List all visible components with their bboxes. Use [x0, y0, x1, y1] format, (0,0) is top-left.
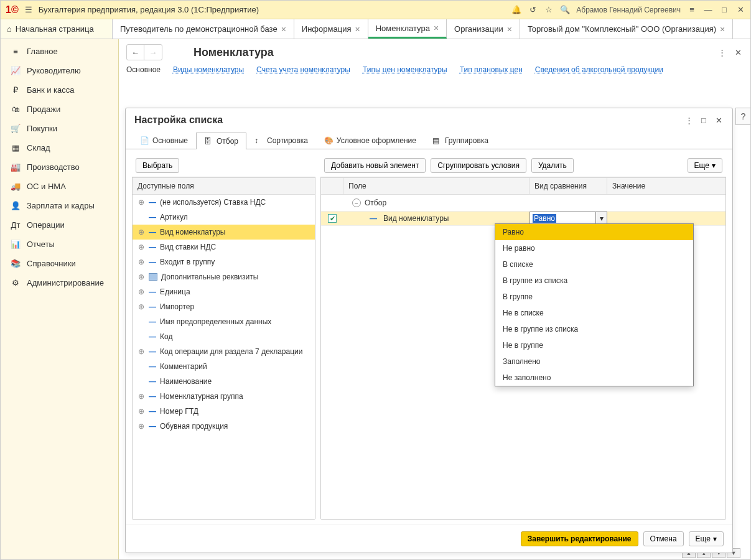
subnav-link-1[interactable]: Виды номенклатуры [173, 65, 244, 74]
tab-2[interactable]: Номенклатура× [368, 19, 447, 39]
tree-row[interactable]: —Имя предопределенных данных [133, 314, 315, 329]
expand-icon[interactable]: ⊕ [138, 422, 145, 431]
sidebar-item-10[interactable]: 📊Отчеты [1, 235, 118, 254]
tab-close-icon[interactable]: × [507, 24, 512, 34]
filter-value-cell[interactable] [607, 216, 725, 221]
dropdown-item[interactable]: Не в списке [495, 305, 693, 321]
history-icon[interactable]: ↺ [528, 5, 538, 15]
star-icon[interactable]: ☆ [544, 5, 554, 15]
expand-icon[interactable]: ⊕ [138, 287, 145, 296]
help-button[interactable]: ? [735, 108, 750, 125]
tree-row[interactable]: —Наименование [133, 374, 315, 389]
sidebar-item-8[interactable]: 👤Зарплата и кадры [1, 196, 118, 215]
tab-3[interactable]: Организации× [447, 19, 520, 39]
dialog-tab-4[interactable]: ▤Группировка [424, 132, 497, 149]
dropdown-item[interactable]: Заполнено [495, 353, 693, 370]
subnav-link-5[interactable]: Сведения об алкогольной продукции [535, 65, 663, 74]
more-button[interactable]: Еще ▾ [688, 158, 722, 173]
sidebar-item-11[interactable]: 📚Справочники [1, 254, 118, 273]
sidebar-item-6[interactable]: 🏭Производство [1, 157, 118, 177]
subnav-link-0[interactable]: Основное [126, 65, 161, 74]
sidebar-item-0[interactable]: ≡Главное [1, 42, 118, 61]
user-name[interactable]: Абрамов Геннадий Сергеевич [576, 6, 681, 14]
expand-icon[interactable]: ⊕ [138, 228, 145, 236]
dropdown-item[interactable]: Не в группе [495, 337, 693, 353]
tree-row[interactable]: ⊕—Обувная продукция [133, 419, 315, 434]
dropdown-item[interactable]: Не равно [495, 240, 693, 256]
dropdown-item[interactable]: В группе [495, 289, 693, 305]
page-close-icon[interactable]: ✕ [733, 47, 743, 57]
tab-close-icon[interactable]: × [355, 24, 360, 34]
expand-icon[interactable]: ⊕ [138, 198, 145, 207]
dialog-tab-3[interactable]: 🎨Условное оформление [316, 132, 424, 149]
nav-back-button[interactable]: ← [127, 45, 144, 60]
filter-root[interactable]: − Отбор [321, 195, 725, 212]
expand-icon[interactable]: ⊕ [138, 273, 145, 281]
tab-close-icon[interactable]: × [281, 24, 286, 34]
tree-row[interactable]: ⊕—Входит в группу [133, 254, 315, 269]
sidebar-item-2[interactable]: ₽Банк и касса [1, 80, 118, 100]
expand-icon[interactable]: ⊕ [138, 243, 145, 251]
dropdown-item[interactable]: Равно [495, 224, 693, 240]
tree-row[interactable]: ⊕—Вид номенклатуры [133, 225, 315, 240]
tab-4[interactable]: Торговый дом "Комплексный" ООО (Организа… [520, 19, 733, 39]
dialog-tab-2[interactable]: ↕Сортировка [246, 132, 316, 149]
sidebar-item-9[interactable]: ДтОперации [1, 215, 118, 235]
dropdown-item[interactable]: В группе из списка [495, 273, 693, 289]
collapse-icon[interactable]: − [352, 198, 361, 207]
subnav-link-2[interactable]: Счета учета номенклатуры [256, 65, 350, 74]
group-conditions-button[interactable]: Сгруппировать условия [431, 158, 526, 173]
finish-editing-button[interactable]: Завершить редактирование [521, 531, 638, 546]
tab-1[interactable]: Информация× [294, 19, 368, 39]
expand-icon[interactable]: ⊕ [138, 407, 145, 416]
nav-forward-button[interactable]: → [144, 45, 162, 60]
page-menu-icon[interactable]: ⋮ [717, 47, 727, 57]
dialog-close-icon[interactable]: ✕ [714, 115, 724, 125]
sidebar-item-7[interactable]: 🚚ОС и НМА [1, 177, 118, 196]
tree-row[interactable]: —Комментарий [133, 359, 315, 374]
expand-icon[interactable]: ⊕ [138, 258, 145, 266]
tree-row[interactable]: —Код [133, 329, 315, 344]
tab-0[interactable]: Путеводитель по демонстрационной базе× [113, 19, 294, 39]
search-icon[interactable]: 🔍 [560, 5, 570, 15]
sidebar-item-12[interactable]: ⚙Администрирование [1, 273, 118, 292]
cancel-button[interactable]: Отмена [643, 531, 684, 546]
subnav-link-4[interactable]: Тип плановых цен [460, 65, 523, 74]
expand-icon[interactable]: ⊕ [138, 302, 145, 311]
tree-row[interactable]: ⊕—Номенклатурная группа [133, 389, 315, 404]
tree-row[interactable]: ⊕—Код операции для раздела 7 декларации [133, 344, 315, 359]
tab-home[interactable]: ⌂ Начальная страница [1, 19, 113, 39]
tree-row[interactable]: ⊕—Импортер [133, 299, 315, 314]
dialog-maximize-icon[interactable]: □ [699, 115, 709, 125]
tree-row[interactable]: ⊕Дополнительные реквизиты [133, 269, 315, 284]
subnav-link-3[interactable]: Типы цен номенклатуры [363, 65, 447, 74]
sidebar-item-1[interactable]: 📈Руководителю [1, 61, 118, 80]
dropdown-item[interactable]: Не заполнено [495, 370, 693, 386]
maximize-icon[interactable]: □ [719, 5, 729, 15]
dialog-menu-icon[interactable]: ⋮ [684, 115, 694, 125]
expand-icon[interactable]: ⊕ [138, 392, 145, 401]
filter-checkbox[interactable]: ✔ [328, 214, 337, 223]
minimize-icon[interactable]: — [703, 5, 713, 15]
hamburger-icon[interactable]: ☰ [24, 5, 34, 15]
close-icon[interactable]: ✕ [735, 5, 745, 15]
add-element-button[interactable]: Добавить новый элемент [324, 158, 426, 173]
dropdown-item[interactable]: Не в группе из списка [495, 321, 693, 337]
sidebar-item-3[interactable]: 🛍Продажи [1, 100, 118, 119]
expand-icon[interactable]: ⊕ [138, 347, 145, 356]
select-button[interactable]: Выбрать [136, 158, 179, 173]
tree-row[interactable]: ⊕—Вид ставки НДС [133, 240, 315, 254]
tree-row[interactable]: ⊕—(не используется) Ставка НДС [133, 195, 315, 210]
bell-icon[interactable]: 🔔 [511, 5, 521, 15]
dropdown-item[interactable]: В списке [495, 256, 693, 273]
tab-close-icon[interactable]: × [720, 24, 725, 34]
sidebar-item-5[interactable]: ▦Склад [1, 138, 118, 157]
footer-more-button[interactable]: Еще ▾ [689, 531, 724, 546]
tree-row[interactable]: ⊕—Номер ГТД [133, 404, 315, 419]
dialog-tab-1[interactable]: 🗄Отбор [196, 133, 246, 149]
tab-close-icon[interactable]: × [434, 23, 439, 33]
dialog-tab-0[interactable]: 📄Основные [132, 132, 196, 149]
delete-button[interactable]: Удалить [531, 158, 574, 173]
tree-row[interactable]: —Артикул [133, 210, 315, 225]
user-menu-icon[interactable]: ≡ [687, 5, 697, 15]
